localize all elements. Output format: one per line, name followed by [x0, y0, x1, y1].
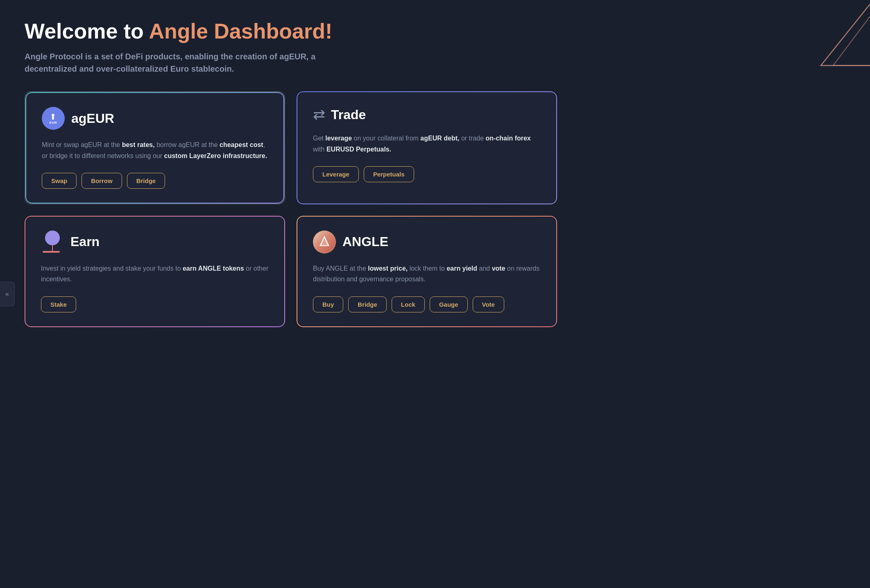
- trade-card-title: Trade: [331, 107, 366, 122]
- angle-icon: [313, 231, 336, 253]
- trade-card-buttons: Leverage Perpetuals: [313, 166, 541, 182]
- trade-card-header: ⇄ Trade: [313, 106, 541, 123]
- angle-card-buttons: Buy Bridge Lock Gauge Vote: [313, 296, 541, 312]
- page-header: Welcome to Angle Dashboard! Angle Protoc…: [25, 20, 393, 75]
- earn-card-header: Earn: [41, 231, 269, 253]
- title-plain: Welcome to: [25, 19, 149, 43]
- cards-grid: ⬆ EUR agEUR Mint or swap agEUR at the be…: [25, 91, 557, 327]
- earn-icon: [41, 231, 64, 253]
- ageur-card-title: agEUR: [71, 111, 114, 126]
- page-title: Welcome to Angle Dashboard!: [25, 20, 393, 43]
- trade-perpetuals-button[interactable]: Perpetuals: [364, 166, 414, 182]
- earn-card-description: Invest in yield strategies and stake you…: [41, 263, 269, 285]
- trade-card-description: Get leverage on your collateral from agE…: [313, 133, 541, 155]
- ageur-card: ⬆ EUR agEUR Mint or swap agEUR at the be…: [25, 91, 285, 204]
- ageur-card-buttons: Swap Borrow Bridge: [42, 173, 268, 189]
- angle-vote-button[interactable]: Vote: [473, 296, 504, 312]
- earn-card: Earn Invest in yield strategies and stak…: [25, 216, 285, 327]
- angle-card: ANGLE Buy ANGLE at the lowest price, loc…: [297, 216, 557, 327]
- ageur-chevron-icon: ⬆: [50, 113, 57, 121]
- trade-arrows-icon: ⇄: [313, 106, 324, 123]
- earn-card-title: Earn: [70, 234, 100, 249]
- ageur-swap-button[interactable]: Swap: [42, 173, 77, 189]
- ageur-bridge-button[interactable]: Bridge: [127, 173, 165, 189]
- collapse-icon: «: [5, 290, 9, 298]
- trade-card: ⇄ Trade Get leverage on your collateral …: [297, 91, 557, 204]
- page-subtitle: Angle Protocol is a set of DeFi products…: [25, 50, 360, 75]
- ageur-card-description: Mint or swap agEUR at the best rates, bo…: [42, 140, 268, 161]
- trade-leverage-button[interactable]: Leverage: [313, 166, 359, 182]
- angle-card-title: ANGLE: [342, 234, 388, 249]
- trade-icon: ⇄: [313, 106, 324, 123]
- angle-logo-svg: [314, 231, 335, 253]
- ageur-card-header: ⬆ EUR agEUR: [42, 107, 268, 130]
- angle-card-description: Buy ANGLE at the lowest price, lock them…: [313, 263, 541, 285]
- sidebar-toggle-button[interactable]: «: [0, 282, 15, 306]
- earn-stake-button[interactable]: Stake: [41, 296, 76, 312]
- angle-lock-button[interactable]: Lock: [392, 296, 425, 312]
- ageur-borrow-button[interactable]: Borrow: [82, 173, 122, 189]
- background-decoration: [739, 0, 870, 131]
- angle-bridge-button[interactable]: Bridge: [348, 296, 387, 312]
- ageur-icon: ⬆ EUR: [42, 107, 65, 130]
- title-accent: Angle Dashboard!: [149, 19, 332, 43]
- angle-card-header: ANGLE: [313, 231, 541, 253]
- angle-gauge-button[interactable]: Gauge: [430, 296, 468, 312]
- angle-buy-button[interactable]: Buy: [313, 296, 343, 312]
- earn-card-buttons: Stake: [41, 296, 269, 312]
